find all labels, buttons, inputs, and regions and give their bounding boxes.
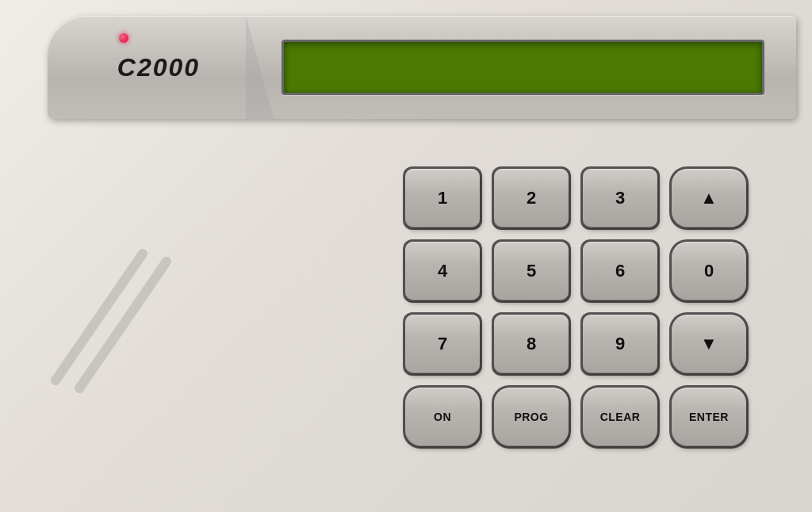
- key-prog-wrap: PROG: [492, 385, 571, 449]
- decorative-lines: [48, 238, 190, 396]
- key-9-wrap: 9: [580, 312, 660, 376]
- status-led: [119, 33, 128, 43]
- key-clear[interactable]: CLEAR: [583, 388, 657, 446]
- main-panel: C2000 123▲4560789▼ONPROGCLEARENTER: [0, 0, 812, 512]
- key-2-wrap: 2: [492, 166, 571, 230]
- key-6[interactable]: 6: [583, 242, 657, 300]
- key-4[interactable]: 4: [405, 242, 480, 300]
- key-clear-wrap: CLEAR: [580, 385, 660, 449]
- key-enter[interactable]: ENTER: [672, 388, 746, 446]
- key-on[interactable]: ON: [405, 388, 480, 446]
- key-4-wrap: 4: [403, 239, 482, 303]
- key-up[interactable]: ▲: [672, 169, 746, 227]
- key-8[interactable]: 8: [494, 315, 569, 373]
- key-9[interactable]: 9: [583, 315, 657, 373]
- key-down-wrap: ▼: [669, 312, 749, 376]
- key-3-wrap: 3: [580, 166, 660, 230]
- key-on-wrap: ON: [403, 385, 482, 449]
- lcd-display: [282, 40, 764, 95]
- key-5-wrap: 5: [492, 239, 571, 303]
- keypad: 123▲4560789▼ONPROGCLEARENTER: [403, 166, 749, 449]
- key-8-wrap: 8: [492, 312, 571, 376]
- key-2[interactable]: 2: [494, 169, 569, 227]
- key-6-wrap: 6: [580, 239, 660, 303]
- logo-area: C2000: [71, 16, 246, 119]
- key-1[interactable]: 1: [405, 169, 480, 227]
- brand-logo: C2000: [117, 53, 200, 82]
- key-3[interactable]: 3: [583, 169, 657, 227]
- key-up-wrap: ▲: [669, 166, 749, 230]
- key-7-wrap: 7: [403, 312, 482, 376]
- key-0-wrap: 0: [669, 239, 749, 303]
- key-down[interactable]: ▼: [672, 315, 746, 373]
- key-prog[interactable]: PROG: [494, 388, 569, 446]
- header-bar: C2000: [48, 16, 796, 119]
- key-enter-wrap: ENTER: [669, 385, 749, 449]
- key-5[interactable]: 5: [494, 242, 569, 300]
- key-7[interactable]: 7: [405, 315, 480, 373]
- header-divider: [246, 16, 274, 119]
- key-0[interactable]: 0: [672, 242, 746, 300]
- key-1-wrap: 1: [403, 166, 482, 230]
